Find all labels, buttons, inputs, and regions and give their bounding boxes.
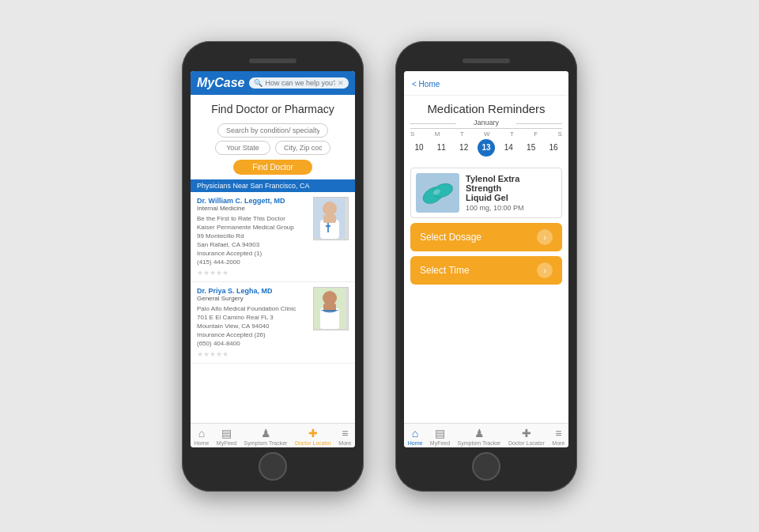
calendar-day-headers: S M T W T F S [410,130,562,138]
nav-home-2[interactable]: ⌂ Home [408,427,423,446]
day-header-S2: S [558,130,562,138]
home-button-2[interactable] [472,452,500,481]
phone-2-nav: ⌂ Home ▤ MyFeed ♟ Symptom Tracker ✚ Doct… [404,423,568,447]
nav-symptom-label-2: Symptom Tracker [458,440,501,446]
nav-more-label: More [338,440,351,446]
nav-home-1[interactable]: ⌂ Home [194,427,210,446]
myfeed-icon-2: ▤ [435,427,445,440]
nav-symptom-label: Symptom Tracker [244,440,288,446]
clear-icon[interactable]: ✕ [338,79,344,87]
doctor-info-2: Dr. Priya S. Legha, MD General Surgery P… [197,287,308,358]
condition-search-input[interactable] [217,123,328,138]
cal-day-14[interactable]: 14 [500,139,517,157]
zip-input[interactable] [275,141,330,155]
day-header-T2: T [510,130,514,138]
nav-more-2[interactable]: ≡ More [552,427,565,446]
phone-1-screen: MyCase 🔍 ✕ Find Doctor or Pharmacy Find … [191,71,355,447]
doctor-stars-2: ★★★★★ [197,350,308,358]
doctor-photo-1 [313,197,349,240]
day-header-W: W [484,130,490,138]
home-icon-2: ⌂ [412,427,418,440]
doctor-specialty-2: General Surgery [197,295,308,302]
select-time-label: Select Time [420,265,470,276]
home-icon: ⌂ [198,427,205,440]
brand-logo: MyCase [197,76,244,90]
phone-2-body: Medication Reminders January S M T W T F… [404,96,568,423]
cal-day-12[interactable]: 12 [455,139,473,157]
doctor-locator-icon: ✚ [308,427,318,440]
doctor-detail-2: Palo Alto Medical Foundation Clinic 701 … [197,304,308,349]
select-dosage-button[interactable]: Select Dosage › [410,223,562,251]
doctor-info-1: Dr. William C. Leggett, MD Internal Medi… [197,197,308,277]
medication-card: Tylenol Extra Strength Liquid Gel 100 mg… [410,168,562,218]
nav-doctor-locator-1[interactable]: ✚ Doctor Locator [295,427,331,446]
doctor-card-2: Dr. Priya S. Legha, MD General Surgery P… [191,282,355,364]
nav-home-label: Home [194,440,210,446]
header-search-input[interactable] [265,79,335,87]
day-header-F: F [534,130,538,138]
nav-more-label-2: More [552,440,565,446]
doctor-specialty-1: Internal Medicine [197,205,308,212]
day-header-T1: T [460,130,464,138]
nav-home-label-2: Home [408,440,423,446]
day-header-M: M [435,130,440,138]
more-icon-2: ≡ [555,427,561,440]
svg-rect-3 [323,215,336,223]
phone-2: < Home Medication Reminders January S M … [395,41,577,492]
symptom-icon: ♟ [261,427,271,440]
doctor-card-1: Dr. William C. Leggett, MD Internal Medi… [191,192,355,282]
doctor-stars-1: ★★★★★ [197,269,308,277]
nav-symptom-2[interactable]: ♟ Symptom Tracker [458,427,501,446]
medication-detail: 100 mg, 10:00 PM [466,204,557,212]
symptom-icon-2: ♟ [474,427,485,440]
phone-1-body: Find Doctor or Pharmacy Find Doctor Phys… [191,95,355,423]
phone-1: MyCase 🔍 ✕ Find Doctor or Pharmacy Find … [182,41,364,492]
cal-day-13-today[interactable]: 13 [478,139,495,157]
cal-day-10[interactable]: 10 [410,139,428,157]
doctor-photo-2 [313,287,349,330]
phone-2-screen: < Home Medication Reminders January S M … [404,71,568,447]
dosage-chevron-icon: › [537,229,553,245]
header-search-bar[interactable]: 🔍 ✕ [249,77,349,89]
cal-day-16[interactable]: 16 [545,139,562,157]
more-icon: ≡ [342,427,348,440]
find-doctor-title: Find Doctor or Pharmacy [191,95,355,120]
phone-2-header: < Home [404,71,568,96]
home-button-1[interactable] [259,452,287,481]
physicians-header: Physicians Near San Francisco, CA [191,179,355,192]
myfeed-icon: ▤ [221,427,232,440]
state-input[interactable] [215,141,270,155]
nav-doctor-label-2: Doctor Locator [508,440,545,446]
nav-myfeed-label-2: MyFeed [430,440,450,446]
nav-symptom-1[interactable]: ♟ Symptom Tracker [244,427,288,446]
svg-point-1 [323,202,337,216]
time-chevron-icon: › [537,262,553,278]
select-time-button[interactable]: Select Time › [410,256,562,285]
med-reminders-title: Medication Reminders [404,96,568,119]
find-doctor-button[interactable]: Find Doctor [233,160,312,175]
nav-doctor-locator-2[interactable]: ✚ Doctor Locator [508,427,545,446]
calendar-month: January [410,119,562,129]
svg-point-7 [323,291,337,305]
cal-day-15[interactable]: 15 [523,139,540,157]
doctor-name-1: Dr. William C. Leggett, MD [197,197,308,205]
cal-day-11[interactable]: 11 [432,139,450,157]
medication-type: Liquid Gel [466,193,557,202]
back-button[interactable]: < Home [412,80,440,89]
nav-doctor-label: Doctor Locator [295,440,331,446]
calendar-days-row: 10 11 12 13 14 15 16 [410,139,562,157]
phone-1-nav: ⌂ Home ▤ MyFeed ♟ Symptom Tracker ✚ Doct… [191,423,355,447]
calendar: January S M T W T F S 10 11 12 13 14 15 [404,119,568,163]
medication-info: Tylenol Extra Strength Liquid Gel 100 mg… [466,174,557,212]
select-dosage-label: Select Dosage [420,232,481,243]
doctor-locator-icon-2: ✚ [522,427,531,440]
medication-image [416,173,459,213]
medication-name: Tylenol Extra Strength [466,174,557,193]
phone-1-header: MyCase 🔍 ✕ [191,71,355,95]
nav-myfeed-1[interactable]: ▤ MyFeed [217,427,236,446]
search-icon: 🔍 [254,79,262,87]
nav-more-1[interactable]: ≡ More [338,427,351,446]
nav-myfeed-2[interactable]: ▤ MyFeed [430,427,450,446]
state-zip-row [210,141,336,155]
nav-myfeed-label: MyFeed [217,440,236,446]
